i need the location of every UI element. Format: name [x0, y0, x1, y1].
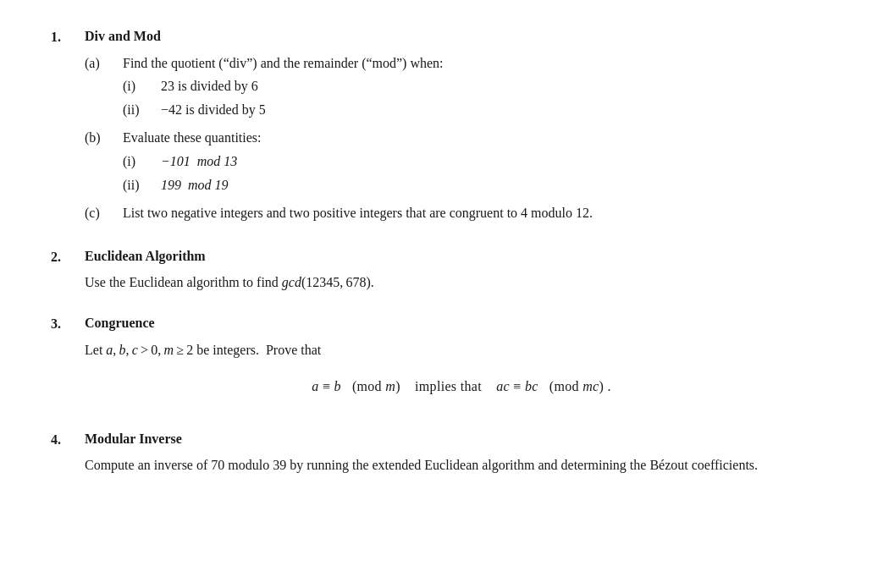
problem-2-body: Use the Euclidean algorithm to find gcd(… [85, 272, 838, 294]
problem-1-title: Div and Mod [85, 25, 838, 47]
problem-2-title: Euclidean Algorithm [85, 245, 838, 267]
part-a-subparts: (i) 23 is divided by 6 (ii) −42 is divid… [123, 75, 838, 120]
part-b-intro: Evaluate these quantities: [123, 127, 838, 149]
part-b-sub-ii: (ii) 199 mod 19 [123, 174, 838, 196]
problem-3-content: Congruence Let a, b, c > 0, m ≥ 2 be int… [85, 312, 838, 409]
part-a-content: Find the quotient (“div”) and the remain… [123, 52, 838, 123]
problem-4-body: Compute an inverse of 70 modulo 39 by ru… [85, 454, 838, 476]
part-a-sub-i: (i) 23 is divided by 6 [123, 75, 838, 97]
congruence-formula: a ≡ b (mod m) implies that ac ≡ bc (mod … [312, 376, 610, 398]
problem-1-number: 1. [51, 25, 85, 48]
sub-b-ii-text: 199 mod 19 [161, 174, 838, 196]
problem-1-content: Div and Mod (a) Find the quotient (“div”… [85, 25, 838, 227]
sub-b-i-label: (i) [123, 151, 161, 173]
sub-ii-label: (ii) [123, 99, 161, 121]
part-c-label: (c) [85, 202, 123, 224]
problem-2-number: 2. [51, 245, 85, 268]
problem-4-content: Modular Inverse Compute an inverse of 70… [85, 428, 838, 476]
sub-b-i-text: −101 mod 13 [161, 151, 838, 173]
problem-3-number: 3. [51, 312, 85, 335]
sub-ii-text: −42 is divided by 5 [161, 99, 838, 121]
sub-i-text: 23 is divided by 6 [161, 75, 838, 97]
problem-3-body: Let a, b, c > 0, m ≥ 2 be integers. Prov… [85, 339, 838, 361]
problem-3-title: Congruence [85, 312, 838, 334]
part-c-content: List two negative integers and two posit… [123, 202, 838, 224]
problem-1-part-b: (b) Evaluate these quantities: (i) −101 … [85, 127, 838, 197]
problem-3-math-block: a ≡ b (mod m) implies that ac ≡ bc (mod … [85, 376, 838, 398]
problem-2: 2. Euclidean Algorithm Use the Euclidean… [51, 245, 838, 294]
problem-1-parts: (a) Find the quotient (“div”) and the re… [85, 52, 838, 224]
problem-list: 1. Div and Mod (a) Find the quotient (“d… [51, 25, 838, 476]
part-a-intro: Find the quotient (“div”) and the remain… [123, 52, 838, 74]
sub-i-label: (i) [123, 75, 161, 97]
problem-1-part-c: (c) List two negative integers and two p… [85, 202, 838, 224]
sub-b-ii-label: (ii) [123, 174, 161, 196]
problem-1: 1. Div and Mod (a) Find the quotient (“d… [51, 25, 838, 227]
problem-3: 3. Congruence Let a, b, c > 0, m ≥ 2 be … [51, 312, 838, 409]
part-a-label: (a) [85, 52, 123, 74]
part-a-sub-ii: (ii) −42 is divided by 5 [123, 99, 838, 121]
part-b-sub-i: (i) −101 mod 13 [123, 151, 838, 173]
problem-2-content: Euclidean Algorithm Use the Euclidean al… [85, 245, 838, 294]
problem-4: 4. Modular Inverse Compute an inverse of… [51, 428, 838, 476]
problem-4-number: 4. [51, 428, 85, 451]
part-b-label: (b) [85, 127, 123, 149]
part-b-subparts: (i) −101 mod 13 (ii) 199 mod 19 [123, 151, 838, 195]
problem-1-part-a: (a) Find the quotient (“div”) and the re… [85, 52, 838, 123]
part-b-content: Evaluate these quantities: (i) −101 mod … [123, 127, 838, 197]
problem-4-title: Modular Inverse [85, 428, 838, 450]
